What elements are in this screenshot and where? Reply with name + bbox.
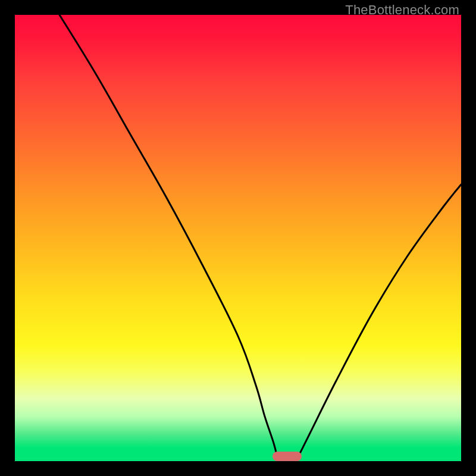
bottleneck-marker bbox=[273, 452, 302, 462]
plot-area bbox=[15, 15, 461, 461]
chart-frame: TheBottleneck.com bbox=[0, 0, 476, 476]
left-curve bbox=[60, 15, 278, 461]
curve-layer bbox=[15, 15, 461, 461]
right-curve bbox=[296, 184, 462, 461]
